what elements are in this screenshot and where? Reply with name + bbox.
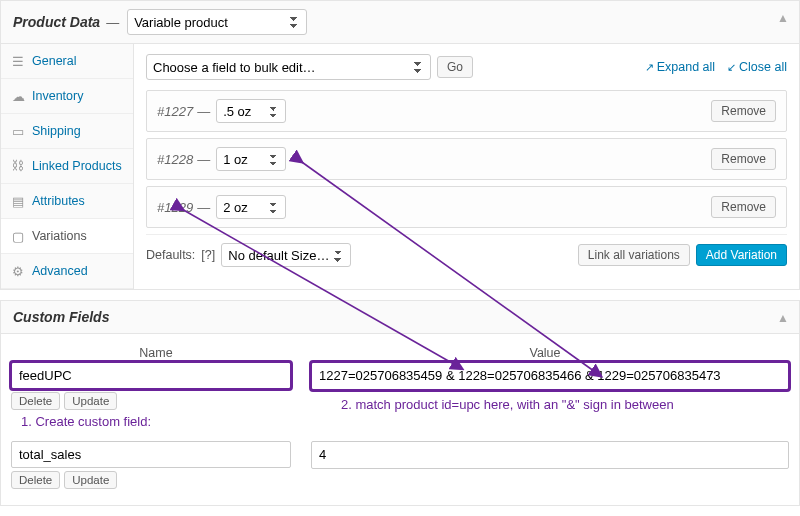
remove-button[interactable]: Remove xyxy=(711,100,776,122)
update-button[interactable]: Update xyxy=(64,392,117,410)
collapse-icon: ↙ xyxy=(727,61,736,74)
variation-size-select[interactable]: 2 oz xyxy=(216,195,286,219)
collapse-toggle-icon[interactable]: ▲ xyxy=(777,311,789,325)
attributes-icon: ▤ xyxy=(11,194,25,208)
expand-icon: ↗ xyxy=(645,61,654,74)
variation-row[interactable]: #1229 — 2 oz Remove xyxy=(146,186,787,228)
collapse-toggle-icon[interactable]: ▲ xyxy=(777,11,789,25)
go-button[interactable]: Go xyxy=(437,56,473,78)
tab-attributes[interactable]: ▤Attributes xyxy=(1,184,133,219)
product-data-tabs: ☰General ☁Inventory ▭Shipping ⛓Linked Pr… xyxy=(1,44,134,289)
variations-icon: ▢ xyxy=(11,229,25,243)
link-icon: ⛓ xyxy=(11,159,25,173)
expand-all-link[interactable]: ↗Expand all xyxy=(645,60,715,74)
close-all-link[interactable]: ↙Close all xyxy=(727,60,787,74)
product-type-select[interactable]: Variable product xyxy=(127,9,307,35)
custom-field-value-input[interactable]: 4 xyxy=(311,441,789,469)
add-variation-button[interactable]: Add Variation xyxy=(696,244,787,266)
advanced-icon: ⚙ xyxy=(11,264,25,278)
variation-row[interactable]: #1228 — 1 oz Remove xyxy=(146,138,787,180)
dash: — xyxy=(106,15,119,30)
inventory-icon: ☁ xyxy=(11,89,25,103)
settings-icon: ☰ xyxy=(11,54,25,68)
defaults-help[interactable]: [?] xyxy=(201,248,215,262)
tab-inventory[interactable]: ☁Inventory xyxy=(1,79,133,114)
tab-advanced[interactable]: ⚙Advanced xyxy=(1,254,133,289)
variations-content: Choose a field to bulk edit… Go ↗Expand … xyxy=(134,44,799,289)
tab-linked-products[interactable]: ⛓Linked Products xyxy=(1,149,133,184)
default-size-select[interactable]: No default Size… xyxy=(221,243,351,267)
cf-value-header: Value xyxy=(301,346,789,360)
update-button[interactable]: Update xyxy=(64,471,117,489)
tab-general[interactable]: ☰General xyxy=(1,44,133,79)
annotation-1: 1. Create custom field: xyxy=(21,414,291,429)
remove-button[interactable]: Remove xyxy=(711,148,776,170)
variation-size-select[interactable]: .5 oz xyxy=(216,99,286,123)
product-data-title: Product Data xyxy=(13,14,100,30)
custom-fields-header: Custom Fields ▲ xyxy=(1,301,799,334)
tab-shipping[interactable]: ▭Shipping xyxy=(1,114,133,149)
shipping-icon: ▭ xyxy=(11,124,25,138)
custom-field-name-input[interactable] xyxy=(11,441,291,468)
custom-field-value-input[interactable]: 1227=025706835459 & 1228=025706835466 & … xyxy=(311,362,789,390)
variation-size-select[interactable]: 1 oz xyxy=(216,147,286,171)
remove-button[interactable]: Remove xyxy=(711,196,776,218)
annotation-2: 2. match product id=upc here, with an "&… xyxy=(341,397,789,412)
variation-id: #1227 xyxy=(157,104,193,119)
variation-row[interactable]: #1227 — .5 oz Remove xyxy=(146,90,787,132)
product-data-header: Product Data — Variable product ▲ xyxy=(1,1,799,44)
tab-variations[interactable]: ▢Variations xyxy=(1,219,133,254)
custom-fields-panel: Custom Fields ▲ Name Value Delete Update… xyxy=(0,300,800,506)
cf-name-header: Name xyxy=(11,346,301,360)
bulk-edit-select[interactable]: Choose a field to bulk edit… xyxy=(146,54,431,80)
link-all-variations-button[interactable]: Link all variations xyxy=(578,244,690,266)
variation-id: #1228 xyxy=(157,152,193,167)
variation-id: #1229 xyxy=(157,200,193,215)
defaults-label: Defaults: xyxy=(146,248,195,262)
custom-field-name-input[interactable] xyxy=(11,362,291,389)
delete-button[interactable]: Delete xyxy=(11,471,60,489)
custom-fields-title: Custom Fields xyxy=(13,309,109,325)
product-data-panel: Product Data — Variable product ▲ ☰Gener… xyxy=(0,0,800,290)
delete-button[interactable]: Delete xyxy=(11,392,60,410)
